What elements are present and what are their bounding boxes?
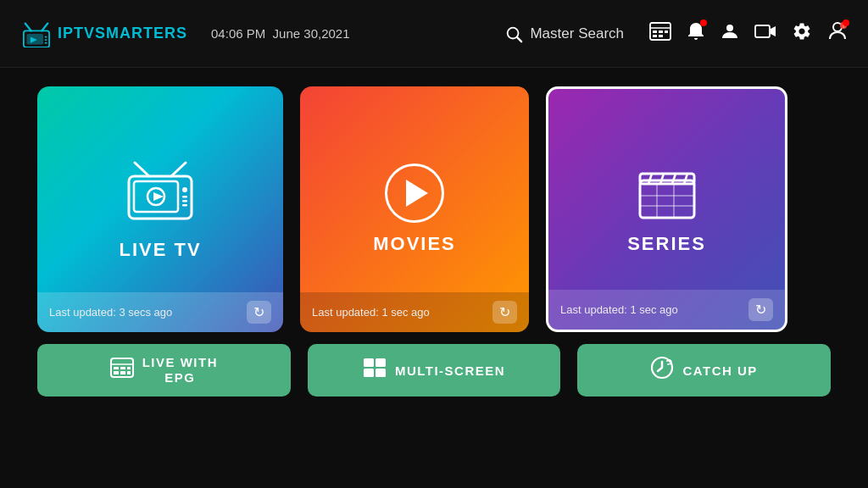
movies-label: MOVIES	[373, 233, 456, 255]
svg-rect-15	[653, 35, 657, 37]
rec-icon[interactable]	[754, 23, 776, 45]
svg-rect-33	[640, 180, 694, 218]
header-datetime: 04:06 PM June 30,2021	[211, 26, 349, 41]
svg-rect-45	[114, 367, 119, 369]
live-tv-card[interactable]: LIVE TV Last updated: 3 secs ago ↻	[37, 86, 283, 332]
svg-line-1	[42, 23, 47, 30]
svg-rect-6	[45, 39, 47, 41]
movies-play-icon	[385, 164, 444, 223]
live-epg-label: LIVE WITHEPG	[142, 355, 218, 385]
search-label: Master Search	[530, 25, 624, 42]
catch-up-button[interactable]: CATCH UP	[577, 344, 831, 396]
live-epg-button[interactable]: LIVE WITHEPG	[37, 344, 291, 396]
catch-up-label: CATCH UP	[682, 363, 757, 378]
header: IPTVSMARTERS 04:06 PM June 30,2021 Maste…	[0, 0, 868, 68]
main-content: LIVE TV Last updated: 3 secs ago ↻ MOVIE…	[0, 68, 868, 488]
svg-marker-28	[153, 192, 164, 201]
svg-line-9	[518, 37, 522, 42]
user-icon[interactable]	[721, 21, 739, 47]
multi-screen-icon	[363, 358, 387, 383]
header-icons: !	[649, 21, 848, 47]
svg-line-0	[25, 23, 31, 30]
logo-text: IPTVSMARTERS	[58, 25, 187, 42]
series-clapper-icon	[633, 164, 701, 223]
series-refresh-button[interactable]: ↻	[748, 298, 773, 321]
svg-line-37	[672, 174, 676, 184]
multi-screen-label: MULTI-SCREEN	[395, 363, 505, 378]
iptv-logo-icon	[20, 20, 53, 47]
svg-rect-31	[182, 200, 187, 202]
svg-rect-52	[376, 358, 386, 367]
bell-icon[interactable]	[687, 21, 705, 47]
svg-rect-14	[665, 30, 668, 33]
svg-rect-51	[364, 358, 374, 367]
svg-line-38	[684, 174, 687, 184]
svg-rect-46	[120, 367, 125, 369]
svg-rect-48	[114, 371, 119, 374]
live-tv-label: LIVE TV	[119, 239, 201, 261]
multi-screen-button[interactable]: MULTI-SCREEN	[308, 344, 561, 396]
svg-rect-30	[182, 196, 187, 198]
live-tv-bottom-bar: Last updated: 3 secs ago ↻	[37, 292, 283, 332]
movies-bottom-bar: Last updated: 1 sec ago ↻	[300, 292, 529, 332]
svg-rect-47	[127, 367, 131, 369]
svg-line-24	[171, 163, 186, 176]
svg-rect-16	[659, 35, 663, 37]
svg-rect-7	[45, 42, 47, 43]
svg-line-35	[648, 174, 652, 184]
cards-row: LIVE TV Last updated: 3 secs ago ↻ MOVIE…	[37, 86, 831, 332]
series-bottom-bar: Last updated: 1 sec ago ↻	[548, 290, 785, 330]
svg-line-36	[660, 174, 664, 184]
svg-rect-53	[364, 369, 374, 377]
svg-line-23	[135, 163, 149, 176]
search-icon	[504, 25, 523, 43]
play-triangle	[406, 180, 428, 207]
settings-icon[interactable]	[792, 21, 812, 47]
logo[interactable]: IPTVSMARTERS	[20, 20, 187, 47]
svg-rect-18	[755, 25, 770, 37]
svg-rect-54	[376, 369, 386, 377]
catchup-icon	[650, 356, 674, 385]
user-alt-icon[interactable]: !	[827, 21, 848, 47]
svg-rect-49	[120, 371, 125, 374]
movies-update-text: Last updated: 1 sec ago	[312, 306, 430, 319]
svg-rect-32	[182, 204, 187, 207]
movies-refresh-button[interactable]: ↻	[492, 301, 517, 324]
epg-icon	[110, 358, 134, 383]
svg-point-29	[182, 187, 187, 192]
series-update-text: Last updated: 1 sec ago	[560, 303, 678, 316]
series-label: SERIES	[627, 233, 706, 255]
live-tv-icon	[122, 158, 198, 225]
live-tv-refresh-button[interactable]: ↻	[247, 301, 271, 324]
svg-point-17	[726, 25, 733, 31]
master-search[interactable]: Master Search	[504, 25, 624, 43]
live-tv-update-text: Last updated: 3 secs ago	[49, 306, 172, 319]
guide-icon[interactable]	[649, 22, 671, 46]
movies-card[interactable]: MOVIES Last updated: 1 sec ago ↻	[300, 86, 529, 332]
svg-marker-19	[771, 26, 776, 36]
svg-rect-5	[45, 36, 47, 37]
series-card[interactable]: SERIES Last updated: 1 sec ago ↻	[546, 86, 787, 332]
action-buttons-row: LIVE WITHEPG MULTI-SCREEN	[37, 344, 831, 396]
svg-rect-13	[659, 30, 663, 33]
svg-rect-12	[653, 30, 657, 33]
svg-rect-50	[127, 371, 131, 374]
